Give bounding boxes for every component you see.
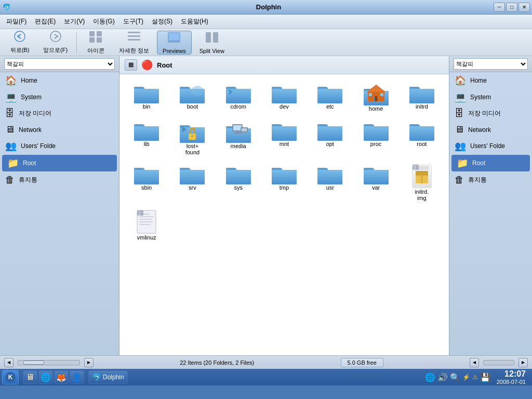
view-mode-button[interactable]: ⊞: [125, 59, 137, 71]
right-scroll-left-button[interactable]: ◀: [470, 358, 479, 367]
file-item-proc[interactable]: proc: [354, 117, 397, 158]
taskbar-app-4[interactable]: 👤: [70, 370, 84, 384]
right-sidebar-item-system[interactable]: 💻 System: [449, 89, 532, 105]
back-button[interactable]: 뒤로(B): [4, 31, 35, 55]
file-item-bin[interactable]: bin: [125, 79, 168, 115]
sidebar-item-root[interactable]: 📁 Root: [2, 155, 117, 171]
menu-help[interactable]: 도움말(H): [177, 16, 212, 27]
sidebar-item-system[interactable]: 💻 System: [0, 89, 119, 105]
taskbar-dolphin-item[interactable]: 🐬 Dolphin: [88, 370, 128, 384]
sidebar-item-home[interactable]: 🏠 Home: [0, 72, 119, 89]
file-item-var[interactable]: var: [354, 161, 397, 204]
right-sidebar-root-label: Root: [472, 159, 485, 167]
file-item-boot[interactable]: boot: [170, 79, 214, 115]
storage-tray-icon[interactable]: 💾: [480, 373, 490, 382]
file-item-etc[interactable]: etc: [308, 79, 352, 115]
opt-folder-icon: [317, 120, 342, 141]
file-item-dev[interactable]: dev: [262, 79, 306, 115]
file-name: lib: [144, 141, 150, 147]
system-clock: 12:07 2008-07-01: [497, 369, 526, 385]
right-home-icon: 🏠: [455, 75, 466, 86]
menu-tools[interactable]: 도구(T): [119, 16, 148, 27]
file-item-srv[interactable]: srv: [170, 161, 214, 204]
svg-text:K: K: [8, 374, 13, 381]
file-item-lost-found[interactable]: lost+ found: [170, 117, 214, 158]
previews-button[interactable]: Previews: [157, 31, 192, 55]
file-item-media[interactable]: media: [217, 117, 260, 158]
details-label: 자세한 정보: [119, 47, 149, 55]
forward-button[interactable]: 앞으로(F): [37, 31, 73, 55]
right-sidebar-item-network[interactable]: 🖥 Network: [449, 122, 532, 138]
sidebar-item-storage[interactable]: 🗄 저장 미디어: [0, 105, 119, 122]
menu-settings[interactable]: 설정(S): [148, 16, 177, 27]
menu-view[interactable]: 보기(V): [60, 16, 89, 27]
splitview-button[interactable]: Split View: [194, 31, 230, 55]
sidebar-item-trash[interactable]: 🗑 휴지통: [0, 172, 119, 188]
right-panel-select[interactable]: 책갈피: [454, 58, 528, 70]
file-item-opt[interactable]: opt: [308, 117, 352, 158]
right-sidebar-item-home[interactable]: 🏠 Home: [449, 72, 532, 89]
network-tray-icon[interactable]: 🌐: [425, 373, 435, 382]
battery-tray-icon[interactable]: ⚡: [462, 374, 470, 381]
right-system-icon: 💻: [455, 91, 466, 103]
icons-button[interactable]: 아이콘: [80, 31, 111, 55]
file-item-mnt[interactable]: mnt: [262, 117, 306, 158]
file-name: sys: [234, 184, 243, 191]
scroll-right-button[interactable]: ▶: [84, 358, 94, 367]
file-item-sbin[interactable]: sbin: [125, 161, 168, 204]
right-sidebar-item-storage[interactable]: 🗄 저장 미디어: [449, 105, 532, 122]
right-sidebar-item-users[interactable]: 👥 Users' Folde: [449, 138, 532, 154]
taskbar-app-2[interactable]: 🌐: [38, 370, 53, 384]
minimize-button[interactable]: ─: [494, 3, 505, 12]
start-button[interactable]: K: [2, 370, 19, 384]
maximize-button[interactable]: □: [506, 3, 517, 12]
svg-rect-19: [369, 93, 372, 96]
svg-rect-5: [97, 37, 102, 43]
taskbar-app-1[interactable]: 🖥: [23, 370, 37, 384]
warning-tray-icon[interactable]: ⚠: [472, 374, 478, 381]
home-folder-icon: [364, 83, 389, 105]
file-item-tmp[interactable]: tmp: [262, 161, 306, 204]
file-item-usr[interactable]: usr: [308, 161, 352, 204]
svg-rect-20: [380, 93, 383, 96]
file-item-initrd[interactable]: initrd: [400, 79, 444, 115]
file-item-sys[interactable]: sys: [217, 161, 260, 204]
file-name: var: [372, 184, 380, 191]
menu-go[interactable]: 이동(G): [89, 16, 118, 27]
right-storage-icon: 🗄: [455, 108, 464, 119]
svg-rect-2: [89, 31, 95, 36]
scroll-left-button[interactable]: ◀: [4, 358, 14, 367]
volume-tray-icon[interactable]: 🔊: [437, 373, 448, 382]
storage-icon: 🗄: [5, 108, 15, 119]
file-item-vmlinuz[interactable]: vmlinuz: [125, 206, 168, 244]
file-item-home[interactable]: home: [354, 79, 397, 115]
window-controls: ─ □ ✕: [494, 3, 530, 12]
file-item-lib[interactable]: lib: [125, 117, 168, 158]
menubar: 파일(F) 편집(E) 보기(V) 이동(G) 도구(T) 설정(S) 도움말(…: [0, 15, 532, 29]
menu-edit[interactable]: 편집(E): [31, 16, 60, 27]
search-tray-icon[interactable]: 🔍: [450, 373, 460, 382]
svg-rect-18: [375, 96, 378, 101]
taskbar-app-3[interactable]: 🦊: [54, 370, 69, 384]
details-button[interactable]: 자세한 정보: [113, 31, 155, 55]
sidebar-item-system-label: System: [21, 94, 42, 101]
sidebar-item-network[interactable]: 🖥 Network: [0, 122, 119, 138]
right-sidebar-item-root[interactable]: 📁 Root: [451, 155, 530, 171]
menu-file[interactable]: 파일(F): [2, 16, 31, 27]
file-item-root[interactable]: root: [400, 117, 444, 158]
right-sidebar-item-trash[interactable]: 🗑 휴지통: [449, 172, 532, 188]
svg-rect-4: [89, 37, 95, 43]
left-panel-select[interactable]: 책갈피: [4, 58, 115, 70]
media-folder-icon: [226, 120, 251, 143]
root-icon: 📁: [7, 157, 19, 169]
previews-label: Previews: [163, 48, 186, 54]
file-item-initrd-img[interactable]: initrd. img: [400, 161, 444, 204]
sys-folder-icon: [226, 164, 251, 184]
sidebar-item-users-folder[interactable]: 👥 Users' Folde: [0, 138, 119, 154]
var-folder-icon: [364, 164, 389, 184]
file-item-cdrom[interactable]: cdrom: [217, 79, 260, 115]
close-button[interactable]: ✕: [518, 3, 530, 12]
svg-point-0: [15, 31, 25, 42]
boot-folder-icon: [180, 83, 205, 103]
right-scroll-right-button[interactable]: ▶: [518, 358, 528, 367]
